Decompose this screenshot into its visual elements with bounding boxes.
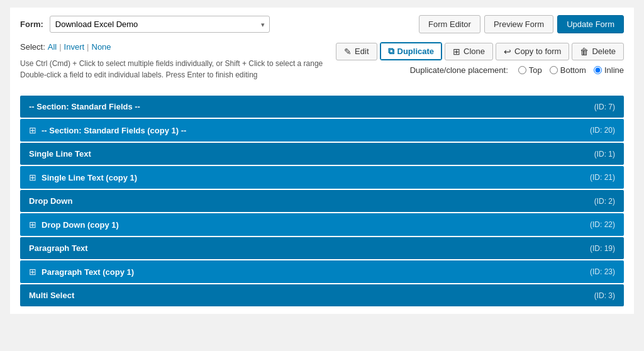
placement-inline[interactable]: Inline [594, 65, 624, 75]
field-name: Drop Down [29, 196, 594, 206]
placement-top[interactable]: Top [518, 65, 542, 75]
field-name: -- Section: Standard Fields (copy 1) -- [42, 126, 590, 135]
form-select[interactable]: Download Excel Demo [50, 16, 270, 33]
action-buttons-section: ✎ Edit ⧉ Duplicate ⊞ Clone ↩ Copy to for… [336, 42, 624, 84]
field-id: (ID: 7) [594, 103, 615, 111]
field-name: Drop Down (copy 1) [42, 220, 590, 230]
field-id: (ID: 21) [590, 173, 615, 182]
placement-bottom-label: Bottom [560, 65, 586, 75]
select-label: Select: [20, 42, 45, 52]
select-all-link[interactable]: All [48, 42, 57, 52]
duplicate-button[interactable]: ⧉ Duplicate [380, 42, 443, 60]
field-row[interactable]: Drop Down (ID: 2) [20, 190, 624, 212]
clone-label: Clone [464, 47, 485, 56]
field-row[interactable]: Single Line Text (ID: 1) [20, 143, 624, 165]
field-name: Single Line Text (copy 1) [42, 173, 590, 182]
separator-2: | [87, 42, 89, 52]
delete-button[interactable]: 🗑 Delete [572, 43, 624, 60]
form-actions: Form Editor Preview Form Update Form [419, 15, 624, 33]
select-row: Select: All | Invert | None [20, 42, 323, 52]
delete-icon: 🗑 [580, 47, 589, 57]
select-none-link[interactable]: None [92, 42, 111, 52]
form-label: Form: [20, 20, 43, 29]
field-name: -- Section: Standard Fields -- [29, 102, 594, 111]
field-id: (ID: 22) [590, 220, 615, 229]
field-id: (ID: 2) [594, 197, 615, 206]
clone-button[interactable]: ⊞ Clone [445, 43, 493, 60]
field-id: (ID: 20) [590, 126, 615, 135]
field-name: Single Line Text [29, 149, 594, 159]
form-select-wrapper: Download Excel Demo ▾ [50, 16, 270, 33]
edit-label: Edit [355, 47, 369, 56]
field-id: (ID: 1) [594, 150, 615, 159]
placement-top-label: Top [529, 65, 542, 75]
placement-bottom-radio[interactable] [550, 66, 558, 74]
field-name: Multi Select [29, 291, 594, 300]
field-row[interactable]: ⊞ -- Section: Standard Fields (copy 1) -… [20, 119, 624, 142]
action-row: ✎ Edit ⧉ Duplicate ⊞ Clone ↩ Copy to for… [336, 42, 624, 60]
form-editor-button[interactable]: Form Editor [419, 15, 480, 33]
select-section: Select: All | Invert | None Use Ctrl (Cm… [20, 42, 323, 91]
field-id: (ID: 3) [594, 291, 615, 300]
main-content: Form: Download Excel Demo ▾ Form Editor … [10, 8, 634, 314]
field-row[interactable]: ⊞ Paragraph Text (copy 1) (ID: 23) [20, 260, 624, 283]
copy-field-icon: ⊞ [29, 220, 36, 230]
radio-group: Top Bottom Inline [518, 65, 624, 75]
field-id: (ID: 19) [590, 244, 615, 253]
delete-label: Delete [592, 47, 616, 56]
placement-label: Duplicate/clone placement: [410, 65, 508, 75]
placement-inline-label: Inline [604, 65, 624, 75]
copy-field-icon: ⊞ [29, 172, 36, 182]
copy-to-form-label: Copy to form [514, 47, 561, 56]
placement-top-radio[interactable] [518, 66, 526, 74]
edit-icon: ✎ [344, 47, 352, 57]
copy-field-icon: ⊞ [29, 267, 36, 277]
help-line1: Use Ctrl (Cmd) + Click to select multipl… [20, 58, 323, 69]
copy-to-form-icon: ↩ [504, 47, 511, 57]
update-form-button[interactable]: Update Form [557, 15, 624, 33]
field-list: -- Section: Standard Fields -- (ID: 7) ⊞… [20, 96, 624, 306]
field-row[interactable]: -- Section: Standard Fields -- (ID: 7) [20, 96, 624, 118]
help-text: Use Ctrl (Cmd) + Click to select multipl… [20, 58, 323, 81]
clone-icon: ⊞ [453, 47, 460, 57]
field-id: (ID: 23) [590, 267, 615, 276]
placement-inline-radio[interactable] [594, 66, 602, 74]
field-name: Paragraph Text [29, 243, 590, 253]
select-invert-link[interactable]: Invert [64, 42, 85, 52]
duplicate-label: Duplicate [397, 47, 435, 56]
separator-1: | [59, 42, 61, 52]
copy-field-icon: ⊞ [29, 125, 36, 135]
field-row[interactable]: ⊞ Drop Down (copy 1) (ID: 22) [20, 213, 624, 236]
field-row[interactable]: ⊞ Single Line Text (copy 1) (ID: 21) [20, 166, 624, 189]
duplicate-icon: ⧉ [388, 46, 394, 57]
placement-bottom[interactable]: Bottom [550, 65, 586, 75]
field-row[interactable]: Multi Select (ID: 3) [20, 284, 624, 306]
field-name: Paragraph Text (copy 1) [42, 267, 590, 277]
preview-form-button[interactable]: Preview Form [484, 15, 553, 33]
copy-to-form-button[interactable]: ↩ Copy to form [496, 43, 569, 60]
form-row: Form: Download Excel Demo ▾ Form Editor … [20, 15, 624, 33]
placement-row: Duplicate/clone placement: Top Bottom [336, 65, 624, 75]
field-row[interactable]: Paragraph Text (ID: 19) [20, 237, 624, 259]
help-line2: Double-click a field to edit individual … [20, 69, 323, 81]
edit-button[interactable]: ✎ Edit [336, 43, 377, 60]
page-wrapper: Form: Download Excel Demo ▾ Form Editor … [0, 0, 644, 351]
